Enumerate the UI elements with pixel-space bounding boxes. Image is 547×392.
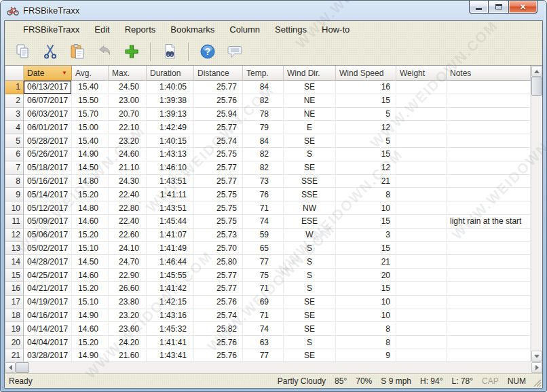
cell-avg[interactable]: 14.90 <box>72 309 109 323</box>
cell-wind_dir[interactable]: SE <box>284 134 336 148</box>
cell-notes[interactable] <box>447 148 531 161</box>
cell-duration[interactable]: 1:45:32 <box>147 322 194 336</box>
cell-duration[interactable]: 1:41:41 <box>147 336 194 349</box>
cell-avg[interactable]: 15.50 <box>72 94 109 108</box>
row-number[interactable]: 21 <box>5 349 24 361</box>
cell-date[interactable]: 03/28/2017 <box>24 349 72 361</box>
cell-date[interactable]: 06/01/2017 <box>24 121 72 134</box>
cell-notes[interactable] <box>447 322 531 336</box>
cell-duration[interactable]: 1:41:07 <box>147 229 194 242</box>
column-header-date[interactable]: Date▼ <box>24 66 72 81</box>
cell-avg[interactable]: 15.70 <box>72 108 109 121</box>
cell-date[interactable]: 04/04/2017 <box>24 336 72 349</box>
cell-weight[interactable] <box>396 188 447 201</box>
row-number[interactable]: 20 <box>5 336 24 349</box>
cell-wind_dir[interactable]: SE <box>284 81 336 94</box>
cell-max[interactable]: 24.30 <box>109 175 147 189</box>
cell-distance[interactable]: 25.76 <box>194 349 243 361</box>
cell-notes[interactable] <box>447 108 531 121</box>
cell-wind_speed[interactable]: 10 <box>336 201 396 215</box>
cell-temp[interactable]: 75 <box>243 269 284 282</box>
cell-distance[interactable]: 25.77 <box>194 175 243 189</box>
row-number[interactable]: 8 <box>5 175 24 189</box>
maximize-button[interactable] <box>489 1 508 14</box>
cell-max[interactable]: 21.60 <box>109 349 147 361</box>
row-number[interactable]: 12 <box>5 229 24 242</box>
menu-how-to[interactable]: How-to <box>314 22 357 37</box>
cell-max[interactable]: 24.70 <box>109 255 147 269</box>
cell-notes[interactable] <box>447 336 531 349</box>
cell-wind_speed[interactable]: 10 <box>336 296 396 309</box>
cell-wind_dir[interactable]: E <box>284 121 336 134</box>
column-header-wind_speed[interactable]: Wind Speed <box>336 66 396 81</box>
resize-grip[interactable] <box>533 378 542 387</box>
cell-wind_speed[interactable]: 12 <box>336 161 396 175</box>
help-button[interactable]: ? <box>195 40 220 63</box>
cell-wind_speed[interactable]: 8 <box>336 322 396 336</box>
cell-wind_dir[interactable]: SE <box>284 309 336 323</box>
cell-notes[interactable] <box>447 282 531 296</box>
cell-duration[interactable]: 1:43:51 <box>147 201 194 215</box>
cell-wind_speed[interactable]: 21 <box>336 175 396 189</box>
row-number[interactable]: 18 <box>5 309 24 323</box>
cell-duration[interactable]: 1:40:15 <box>147 134 194 148</box>
cell-max[interactable]: 23.20 <box>109 309 147 323</box>
scroll-right-button[interactable] <box>531 362 542 373</box>
column-header-temp[interactable]: Temp. <box>243 66 284 81</box>
cell-notes[interactable]: light rain at the start <box>447 215 531 229</box>
cell-duration[interactable]: 1:39:13 <box>147 108 194 121</box>
cell-wind_dir[interactable]: NW <box>284 201 336 215</box>
cell-temp[interactable]: 84 <box>243 81 284 94</box>
vertical-scroll-thumb[interactable] <box>531 77 542 96</box>
cell-max[interactable]: 23.00 <box>109 94 147 108</box>
close-button[interactable]: ✕ <box>508 1 537 14</box>
cell-duration[interactable]: 1:41:42 <box>147 282 194 296</box>
cell-max[interactable]: 22.60 <box>109 229 147 242</box>
cell-notes[interactable] <box>447 94 531 108</box>
cell-wind_dir[interactable]: S <box>284 336 336 349</box>
minimize-button[interactable] <box>469 1 489 14</box>
cell-max[interactable]: 22.80 <box>109 201 147 215</box>
scroll-track[interactable] <box>531 96 542 351</box>
cell-weight[interactable] <box>396 322 447 336</box>
cell-notes[interactable] <box>447 121 531 134</box>
cell-duration[interactable]: 1:45:44 <box>147 215 194 229</box>
horizontal-scrollbar[interactable] <box>5 361 542 373</box>
cell-date[interactable]: 05/09/2017 <box>24 215 72 229</box>
cell-date[interactable]: 04/14/2017 <box>24 322 72 336</box>
cell-distance[interactable]: 25.73 <box>194 229 243 242</box>
cell-avg[interactable]: 15.40 <box>72 134 109 148</box>
cell-temp[interactable]: 71 <box>243 282 284 296</box>
cell-distance[interactable]: 25.80 <box>194 255 243 269</box>
cell-distance[interactable]: 25.75 <box>194 201 243 215</box>
cell-avg[interactable]: 14.90 <box>72 148 109 161</box>
cell-avg[interactable]: 15.10 <box>72 296 109 309</box>
cell-distance[interactable]: 25.76 <box>194 296 243 309</box>
cell-duration[interactable]: 1:40:05 <box>147 81 194 94</box>
cell-weight[interactable] <box>396 94 447 108</box>
row-number[interactable]: 2 <box>5 94 24 108</box>
cell-distance[interactable]: 25.77 <box>194 282 243 296</box>
horizontal-scroll-thumb[interactable] <box>16 362 29 373</box>
cell-max[interactable]: 23.80 <box>109 296 147 309</box>
cell-notes[interactable] <box>447 134 531 148</box>
cell-max[interactable]: 23.60 <box>109 322 147 336</box>
cell-wind_speed[interactable]: 5 <box>336 134 396 148</box>
column-header-wind_dir[interactable]: Wind Dir. <box>284 66 336 81</box>
cell-max[interactable]: 23.20 <box>109 134 147 148</box>
cell-wind_dir[interactable]: S <box>284 242 336 256</box>
cell-temp[interactable]: 82 <box>243 94 284 108</box>
row-number[interactable]: 16 <box>5 282 24 296</box>
cell-date[interactable]: 05/12/2017 <box>24 201 72 215</box>
cell-notes[interactable] <box>447 269 531 282</box>
cell-distance[interactable]: 25.94 <box>194 108 243 121</box>
cell-weight[interactable] <box>396 175 447 189</box>
find-button[interactable] <box>157 40 182 63</box>
cell-duration[interactable]: 1:43:13 <box>147 148 194 161</box>
scroll-down-button[interactable] <box>531 351 542 361</box>
cell-duration[interactable]: 1:39:38 <box>147 94 194 108</box>
cell-temp[interactable]: 71 <box>243 309 284 323</box>
cell-duration[interactable]: 1:45:55 <box>147 269 194 282</box>
cell-weight[interactable] <box>396 148 447 161</box>
cell-weight[interactable] <box>396 108 447 121</box>
